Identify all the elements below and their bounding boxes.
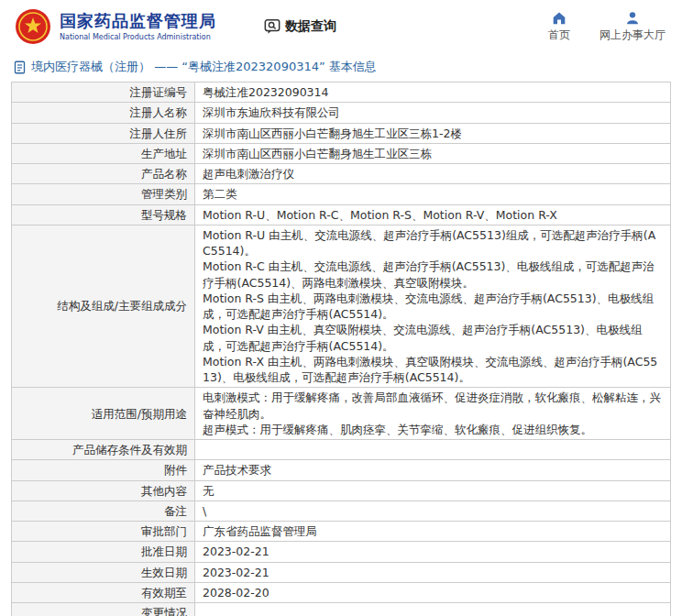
nav-home-label: 首页 <box>548 28 570 43</box>
table-row: 生效日期 2023-02-21 <box>12 562 671 582</box>
row-value: 2028-02-20 <box>195 582 671 602</box>
row-value: 2023-02-21 <box>195 542 671 562</box>
row-label: 附件 <box>12 460 195 480</box>
national-emblem-logo <box>15 8 51 45</box>
table-row: 注册证编号 粤械注准20232090314 <box>12 82 671 103</box>
row-value <box>195 603 671 616</box>
row-value: Motion R-U、Motion R-C、Motion R-S、Motion … <box>195 204 671 225</box>
row-label: 产品储存条件及有效期 <box>12 440 195 460</box>
row-value <box>195 440 671 460</box>
table-row: 型号规格 Motion R-U、Motion R-C、Motion R-S、Mo… <box>12 204 671 225</box>
row-value: 第二类 <box>195 184 671 204</box>
row-value: 2023-02-21 <box>195 562 671 582</box>
row-value: Motion R-U 由主机、交流电源线、超声治疗手柄(AC5513)组成，可选… <box>195 225 671 388</box>
table-row: 注册人名称 深圳市东迪欣科技有限公司 <box>12 103 671 123</box>
brand: 国家药品监督管理局 National Medical Products Admi… <box>15 8 216 45</box>
table-row: 变更情况 <box>12 603 671 616</box>
site-subtitle: National Medical Products Administration <box>60 33 216 41</box>
row-label: 型号规格 <box>12 204 195 225</box>
nav-data-query[interactable]: 数据查询 <box>264 18 336 35</box>
registration-info-table: 注册证编号 粤械注准20232090314 注册人名称 深圳市东迪欣科技有限公司… <box>11 82 671 616</box>
table-row: 有效期至 2028-02-20 <box>12 582 671 602</box>
header-nav: 首页 网上办事大厅 <box>548 11 666 43</box>
table-row: 产品名称 超声电刺激治疗仪 <box>12 164 671 184</box>
site-title: 国家药品监督管理局 <box>60 12 216 31</box>
table-row: 其他内容 无 <box>12 480 671 500</box>
row-label: 注册人住所 <box>12 123 195 143</box>
table-row: 注册人住所 深圳市南山区西丽小白芒翻身旭生工业区三栋1-2楼 <box>12 123 671 143</box>
row-label: 产品名称 <box>12 164 195 184</box>
site-header: 国家药品监督管理局 National Medical Products Admi… <box>0 0 682 51</box>
nav-service-hall[interactable]: 网上办事大厅 <box>600 11 666 43</box>
table-row: 备注 \ <box>12 500 671 521</box>
table-row: 附件 产品技术要求 <box>12 460 671 480</box>
row-label: 结构及组成/主要组成成分 <box>12 225 195 388</box>
table-row: 生产地址 深圳市南山区西丽小白芒翻身旭生工业区三栋 <box>12 143 671 163</box>
row-value: 产品技术要求 <box>195 460 671 480</box>
row-label: 管理类别 <box>12 184 195 204</box>
home-icon <box>552 11 566 25</box>
row-value: \ <box>195 500 671 521</box>
row-value: 超声电刺激治疗仪 <box>195 164 671 184</box>
row-label: 注册人名称 <box>12 103 195 123</box>
table-row: 适用范围/预期用途 电刺激模式：用于缓解疼痛，改善局部血液循环、促进炎症消散，软… <box>12 388 671 440</box>
user-icon <box>625 11 640 25</box>
row-label: 适用范围/预期用途 <box>12 388 195 440</box>
row-label: 审批部门 <box>12 522 195 542</box>
row-label: 生产地址 <box>12 143 195 163</box>
row-label: 其他内容 <box>12 480 195 500</box>
page-title: 境内医疗器械（注册） —— “粤械注准20232090314” 基本信息 <box>13 59 682 75</box>
row-label: 批准日期 <box>12 542 195 562</box>
table-row: 审批部门 广东省药品监督管理局 <box>12 522 671 542</box>
document-icon <box>13 60 27 74</box>
table-row: 批准日期 2023-02-21 <box>12 542 671 562</box>
row-value: 电刺激模式：用于缓解疼痛，改善局部血液循环、促进炎症消散，软化瘢痕、松解粘连，兴… <box>195 388 671 440</box>
row-value: 深圳市东迪欣科技有限公司 <box>195 103 671 123</box>
nav-data-query-label: 数据查询 <box>285 18 336 35</box>
row-value: 深圳市南山区西丽小白芒翻身旭生工业区三栋1-2楼 <box>195 123 671 143</box>
search-icon <box>264 18 280 35</box>
row-value: 广东省药品监督管理局 <box>195 522 671 542</box>
table-row: 结构及组成/主要组成成分 Motion R-U 由主机、交流电源线、超声治疗手柄… <box>12 225 671 388</box>
row-label: 备注 <box>12 500 195 521</box>
row-label: 变更情况 <box>12 603 195 616</box>
row-label: 注册证编号 <box>12 82 195 103</box>
page-title-text: 境内医疗器械（注册） —— “粤械注准20232090314” 基本信息 <box>31 59 377 75</box>
row-value: 无 <box>195 480 671 500</box>
row-label: 生效日期 <box>12 562 195 582</box>
row-value: 深圳市南山区西丽小白芒翻身旭生工业区三栋 <box>195 143 671 163</box>
nav-service-hall-label: 网上办事大厅 <box>600 28 666 43</box>
table-row: 管理类别 第二类 <box>12 184 671 204</box>
table-row: 产品储存条件及有效期 <box>12 440 671 460</box>
brand-text: 国家药品监督管理局 National Medical Products Admi… <box>60 12 216 41</box>
row-label: 有效期至 <box>12 582 195 602</box>
nav-home[interactable]: 首页 <box>548 11 570 43</box>
row-value: 粤械注准20232090314 <box>195 82 671 103</box>
